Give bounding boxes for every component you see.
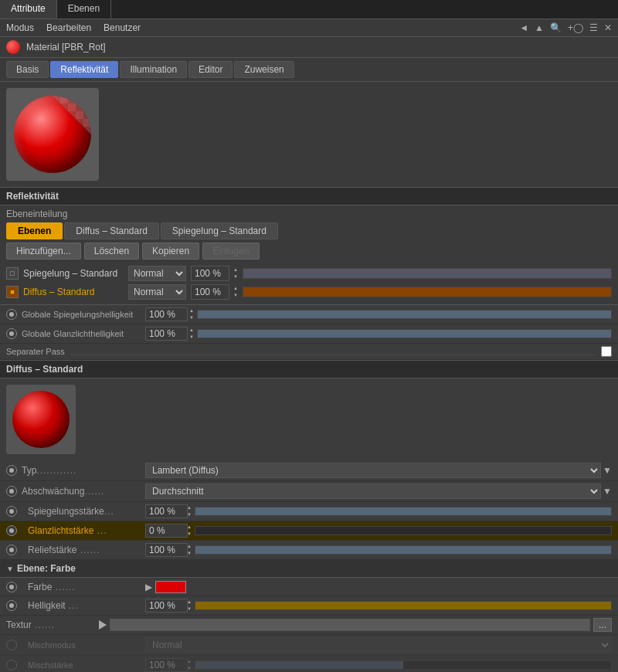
radio-mischmodus	[6, 640, 17, 650]
prop-abschwachung: Abschwächung...... Durchschnitt ▼	[0, 481, 618, 502]
layer-row-spiegelung: □ Spiegelung – Standard Normal ▲▼	[6, 264, 612, 283]
subtab-illumination[interactable]: Illumination	[120, 61, 187, 78]
val-glanzlichtstarke[interactable]	[145, 524, 188, 538]
menu-right-icons: ◄ ▲ 🔍 +◯ ☰ ✕	[519, 22, 612, 33]
ebene-section: Ebeneinteilung Ebenen Diffus – Standard …	[0, 205, 618, 305]
spin-mischstarke: ▲▼	[187, 658, 192, 672]
arrow-left-icon[interactable]: ◄	[519, 22, 528, 33]
sep-pass-label: Separater Pass	[6, 347, 65, 356]
menu-modus[interactable]: Modus	[6, 22, 34, 33]
color-swatch[interactable]	[155, 581, 186, 593]
sub-tabs: Basis Reflektivität Illumination Editor …	[0, 58, 618, 82]
label-mischstarke: Mischstärke	[22, 660, 145, 670]
prop-farbe: Farbe ...... ▶	[0, 578, 618, 596]
diffus-sphere-inner	[12, 391, 70, 448]
tex-bar	[110, 619, 590, 631]
radio-helligkeit[interactable]	[6, 600, 17, 611]
layer-pct-diffus[interactable]	[191, 284, 229, 300]
layer-icon-diffus: ■	[6, 286, 19, 298]
prop-mischmodus: Mischmodus Normal	[0, 635, 618, 656]
prop-mischstarke: Mischstärke ▲▼	[0, 656, 618, 672]
preview-area	[0, 82, 618, 187]
search-icon[interactable]: 🔍	[550, 22, 562, 33]
sphere-checker	[14, 96, 91, 173]
layer-tab-diffus[interactable]: Diffus – Standard	[64, 222, 159, 239]
tex-triangle-icon[interactable]	[99, 620, 107, 630]
subtab-reflektivitaet[interactable]: Reflektivität	[50, 61, 118, 78]
reflektivitaet-title: Reflektivität	[0, 187, 618, 205]
kopieren-button[interactable]: Kopieren	[142, 243, 199, 260]
menu-bearbeiten[interactable]: Bearbeiten	[46, 22, 91, 33]
radio-reliefstarke[interactable]	[6, 545, 17, 555]
collap-ebene-farbe[interactable]: ▼ Ebene: Farbe	[0, 560, 618, 578]
spin-reliefstarke[interactable]: ▲▼	[187, 543, 192, 557]
val-typ[interactable]: Lambert (Diffus)	[145, 463, 601, 478]
val-helligkeit[interactable]	[145, 599, 188, 613]
hinzufuegen-button[interactable]: Hinzufügen...	[6, 243, 81, 260]
radio-glanzlichtstarke[interactable]	[6, 525, 17, 536]
val-globale-spiegelung[interactable]	[145, 307, 188, 321]
tex-more-button[interactable]: ...	[593, 618, 612, 632]
layer-bar-diffus	[243, 287, 612, 297]
subtab-editor[interactable]: Editor	[188, 61, 233, 78]
sep-pass-checkbox[interactable]	[601, 346, 612, 357]
layer-pct-spin-spiegelung: ▲▼	[233, 266, 238, 280]
typ-dropdown-arrow: ▼	[603, 465, 612, 476]
label-mischmodus: Mischmodus	[22, 640, 145, 650]
val-mischmodus: Normal	[145, 637, 612, 653]
layer-tab-ebenen[interactable]: Ebenen	[6, 222, 63, 239]
radio-globale-spiegelung[interactable]	[6, 309, 17, 320]
prop-glanzlichtstarke: Glanzlichtstärke ... ▲▼	[0, 521, 618, 541]
ebeneinteilung-label: Ebeneinteilung	[6, 209, 612, 219]
spin-spiegelungsstarke[interactable]: ▲▼	[187, 504, 192, 518]
material-icon	[6, 40, 20, 54]
menu-icon[interactable]: ☰	[589, 22, 598, 33]
loeschen-button[interactable]: Löschen	[84, 243, 139, 260]
material-header: Material [PBR_Rot]	[0, 37, 618, 58]
subtab-zuweisen[interactable]: Zuweisen	[234, 61, 294, 78]
layer-blend-diffus[interactable]: Normal	[128, 284, 186, 300]
close-icon[interactable]: ✕	[604, 22, 612, 33]
einfuegen-button[interactable]: Einfügen	[202, 243, 259, 260]
bar-spiegelungsstarke	[195, 507, 612, 516]
preview-sphere	[6, 88, 99, 181]
subtab-basis[interactable]: Basis	[6, 61, 49, 78]
arrow-up-icon[interactable]: ▲	[535, 22, 544, 33]
layer-pct-spiegelung[interactable]	[191, 266, 229, 281]
add-icon[interactable]: +◯	[568, 22, 583, 33]
val-mischstarke	[145, 658, 188, 672]
abschwachung-dropdown-arrow: ▼	[603, 486, 612, 497]
val-spiegelungsstarke[interactable]	[145, 504, 188, 518]
label-farbe: Farbe ......	[22, 582, 145, 592]
layer-tabs: Ebenen Diffus – Standard Spiegelung – St…	[6, 222, 612, 239]
menu-bar: Modus Bearbeiten Benutzer ◄ ▲ 🔍 +◯ ☰ ✕	[0, 19, 618, 37]
label-textur: Textur ......	[6, 619, 99, 630]
val-globale-glanzlicht[interactable]	[145, 327, 188, 341]
spin-globale-spiegelung[interactable]: ▲▼	[189, 307, 194, 321]
radio-abschwachung[interactable]	[6, 486, 17, 497]
layer-bar-spiegelung	[243, 268, 612, 279]
tab-attribute[interactable]: Attribute	[0, 0, 57, 19]
radio-globale-glanzlicht[interactable]	[6, 328, 17, 339]
collap-arrow-farbe: ▼	[6, 565, 14, 573]
val-abschwachung[interactable]: Durchschnitt	[145, 484, 601, 499]
label-globale-spiegelung: Globale Spiegelungshelligkeit	[22, 310, 145, 319]
radio-farbe[interactable]	[6, 582, 17, 592]
val-reliefstarke[interactable]	[145, 543, 188, 557]
layer-icon-spiegelung: □	[6, 267, 19, 280]
spin-globale-glanzlicht[interactable]: ▲▼	[189, 327, 194, 341]
spin-helligkeit[interactable]: ▲▼	[187, 599, 192, 613]
label-helligkeit: Helligkeit ...	[22, 600, 145, 611]
tab-ebenen[interactable]: Ebenen	[57, 0, 111, 19]
layer-tab-spiegelung[interactable]: Spiegelung – Standard	[161, 222, 278, 239]
layer-blend-spiegelung[interactable]: Normal	[128, 266, 186, 281]
radio-typ[interactable]	[6, 465, 17, 476]
radio-spiegelungsstarke[interactable]	[6, 506, 17, 517]
menu-benutzer[interactable]: Benutzer	[104, 22, 141, 33]
collap-title-farbe: Ebene: Farbe	[17, 563, 76, 574]
prop-helligkeit: Helligkeit ... ▲▼	[0, 596, 618, 616]
bar-reliefstarke	[195, 545, 612, 555]
radio-mischstarke	[6, 660, 17, 670]
bar-globale-spiegelung	[197, 310, 612, 319]
spin-glanzlichtstarke[interactable]: ▲▼	[187, 524, 192, 538]
